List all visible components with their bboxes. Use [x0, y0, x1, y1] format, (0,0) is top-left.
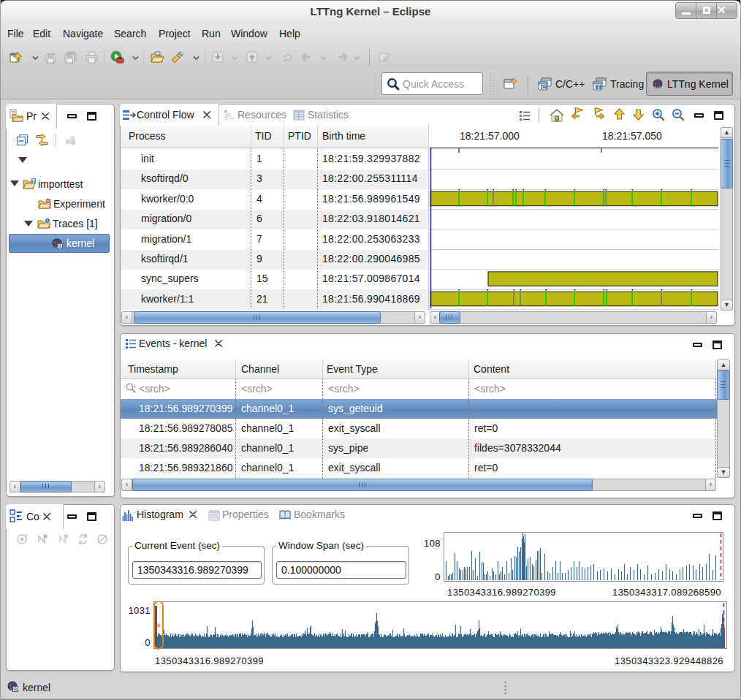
- svg-text:C: C: [542, 84, 546, 91]
- svg-text:T: T: [597, 84, 601, 91]
